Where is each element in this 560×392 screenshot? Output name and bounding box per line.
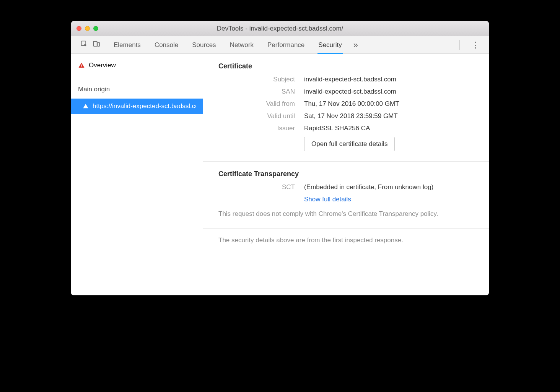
devtools-window: DevTools - invalid-expected-sct.badssl.c… bbox=[71, 21, 489, 295]
ct-heading: Certificate Transparency bbox=[218, 170, 474, 178]
show-full-details-link[interactable]: Show full details bbox=[304, 196, 351, 203]
overview-label: Overview bbox=[89, 62, 116, 69]
label-san: SAN bbox=[218, 88, 295, 96]
value-valid-until: Sat, 17 Nov 2018 23:59:59 GMT bbox=[304, 112, 474, 120]
footer-note: The security details above are from the … bbox=[203, 229, 489, 252]
kebab-menu-icon[interactable]: ⋮ bbox=[465, 40, 485, 50]
security-content: Certificate Subject invalid-expected-sct… bbox=[203, 54, 489, 295]
value-san: invalid-expected-sct.badssl.com bbox=[304, 88, 474, 96]
toolbar-separator bbox=[108, 40, 108, 50]
tab-elements[interactable]: Elements bbox=[114, 36, 141, 53]
inspect-element-icon[interactable] bbox=[80, 40, 88, 50]
origin-item[interactable]: https://invalid-expected-sct.badssl.com bbox=[71, 99, 203, 114]
open-cert-details-button[interactable]: Open full certificate details bbox=[304, 137, 395, 151]
label-sct: SCT bbox=[218, 183, 295, 191]
label-subject: Subject bbox=[218, 76, 295, 83]
svg-rect-2 bbox=[98, 43, 100, 46]
tab-sources[interactable]: Sources bbox=[192, 36, 216, 53]
value-valid-from: Thu, 17 Nov 2016 00:00:00 GMT bbox=[304, 100, 474, 108]
security-sidebar: Overview Main origin https://invalid-exp… bbox=[71, 54, 203, 295]
more-tabs-icon[interactable]: » bbox=[353, 40, 358, 50]
sidebar-overview[interactable]: Overview bbox=[71, 54, 203, 77]
warning-triangle-icon bbox=[83, 103, 89, 109]
panel-tabs: Elements Console Sources Network Perform… bbox=[114, 36, 342, 53]
devtools-toolbar: Elements Console Sources Network Perform… bbox=[71, 36, 489, 54]
value-issuer: RapidSSL SHA256 CA bbox=[304, 125, 474, 132]
certificate-heading: Certificate bbox=[218, 62, 474, 70]
device-toolbar-icon[interactable] bbox=[93, 40, 100, 50]
value-sct: (Embedded in certificate, From unknown l… bbox=[304, 183, 474, 191]
label-issuer: Issuer bbox=[218, 125, 295, 132]
tab-performance[interactable]: Performance bbox=[267, 36, 304, 53]
window-controls bbox=[71, 26, 98, 31]
tab-console[interactable]: Console bbox=[155, 36, 178, 53]
ct-policy-note: This request does not comply with Chrome… bbox=[218, 209, 474, 219]
origin-url: https://invalid-expected-sct.badssl.com bbox=[93, 102, 196, 110]
titlebar: DevTools - invalid-expected-sct.badssl.c… bbox=[71, 21, 489, 36]
minimize-window-button[interactable] bbox=[85, 26, 90, 31]
window-title: DevTools - invalid-expected-sct.badssl.c… bbox=[71, 25, 489, 32]
warning-triangle-icon bbox=[78, 62, 85, 69]
toolbar-separator bbox=[459, 40, 460, 50]
zoom-window-button[interactable] bbox=[93, 26, 98, 31]
tab-security[interactable]: Security bbox=[318, 36, 342, 53]
label-valid-until: Valid until bbox=[218, 112, 295, 120]
certificate-section: Certificate Subject invalid-expected-sct… bbox=[203, 54, 489, 162]
ct-section: Certificate Transparency SCT (Embedded i… bbox=[203, 162, 489, 229]
svg-rect-3 bbox=[81, 65, 82, 66]
value-subject: invalid-expected-sct.badssl.com bbox=[304, 76, 474, 83]
svg-rect-1 bbox=[94, 41, 97, 46]
close-window-button[interactable] bbox=[77, 26, 81, 31]
label-valid-from: Valid from bbox=[218, 100, 295, 108]
svg-rect-4 bbox=[81, 66, 82, 67]
tab-network[interactable]: Network bbox=[230, 36, 254, 53]
main-origin-heading: Main origin bbox=[71, 77, 203, 99]
